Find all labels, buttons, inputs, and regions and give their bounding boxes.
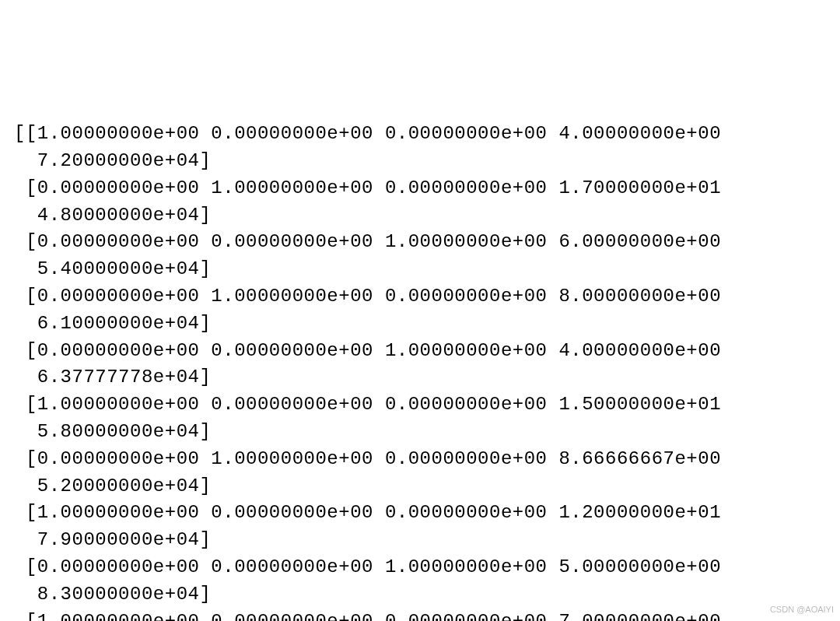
watermark: CSDN @AOAIYI — [770, 604, 834, 616]
matrix-output: [[1.00000000e+00 0.00000000e+00 0.000000… — [14, 121, 828, 621]
